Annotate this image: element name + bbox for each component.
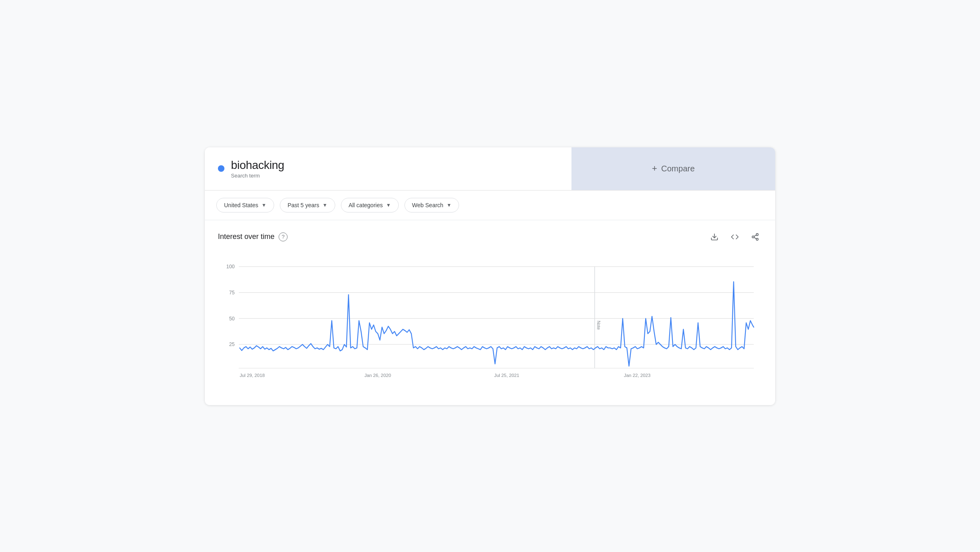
- compare-plus-icon: +: [652, 163, 657, 174]
- svg-text:Note: Note: [596, 320, 601, 330]
- interest-chart: 100 75 50 25 Note Jul 29, 2018 Jan 26, 2…: [218, 254, 762, 392]
- main-container: biohacking Search term + Compare United …: [205, 147, 775, 405]
- search-term-subtitle: Search term: [231, 173, 284, 179]
- search-type-filter-label: Web Search: [412, 202, 444, 208]
- svg-line-4: [754, 237, 756, 239]
- category-filter-arrow: ▼: [386, 202, 391, 208]
- chart-title-group: Interest over time ?: [218, 232, 288, 241]
- category-filter-label: All categories: [349, 202, 383, 208]
- search-type-filter[interactable]: Web Search ▼: [404, 198, 459, 212]
- svg-text:Jul 29, 2018: Jul 29, 2018: [240, 372, 265, 377]
- filters-section: United States ▼ Past 5 years ▼ All categ…: [205, 191, 775, 220]
- chart-header: Interest over time ?: [218, 230, 762, 244]
- region-filter-label: United States: [224, 202, 258, 208]
- region-filter[interactable]: United States ▼: [216, 198, 274, 212]
- search-term-text: biohacking Search term: [231, 159, 284, 179]
- category-filter[interactable]: All categories ▼: [341, 198, 399, 212]
- share-button[interactable]: [748, 230, 762, 244]
- search-term-box: biohacking Search term: [205, 147, 571, 190]
- search-term-label: biohacking: [231, 159, 284, 172]
- region-filter-arrow: ▼: [261, 202, 266, 208]
- svg-text:75: 75: [229, 289, 235, 295]
- time-filter[interactable]: Past 5 years ▼: [280, 198, 335, 212]
- term-dot: [218, 165, 224, 172]
- time-filter-label: Past 5 years: [288, 202, 319, 208]
- chart-section: Interest over time ?: [205, 220, 775, 405]
- svg-text:50: 50: [229, 315, 235, 321]
- search-type-filter-arrow: ▼: [446, 202, 451, 208]
- svg-text:Jan 26, 2020: Jan 26, 2020: [365, 372, 391, 377]
- embed-button[interactable]: [728, 230, 742, 244]
- compare-label: Compare: [661, 164, 694, 173]
- chart-title: Interest over time: [218, 232, 275, 241]
- svg-text:Jul 25, 2021: Jul 25, 2021: [494, 372, 519, 377]
- compare-button[interactable]: + Compare: [571, 147, 775, 190]
- svg-text:100: 100: [226, 263, 235, 269]
- help-icon[interactable]: ?: [279, 232, 288, 241]
- svg-text:Jan 22, 2023: Jan 22, 2023: [624, 372, 650, 377]
- time-filter-arrow: ▼: [323, 202, 327, 208]
- trend-line: [240, 282, 754, 366]
- download-button[interactable]: [708, 230, 721, 244]
- top-section: biohacking Search term + Compare: [205, 147, 775, 191]
- chart-wrapper: 100 75 50 25 Note Jul 29, 2018 Jan 26, 2…: [218, 254, 762, 394]
- svg-text:25: 25: [229, 342, 235, 347]
- chart-actions: [708, 230, 762, 244]
- svg-line-5: [754, 235, 756, 236]
